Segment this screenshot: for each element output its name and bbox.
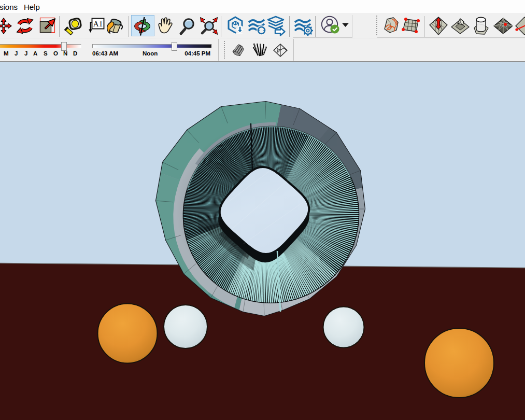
svg-text:A1: A1 xyxy=(93,20,103,28)
